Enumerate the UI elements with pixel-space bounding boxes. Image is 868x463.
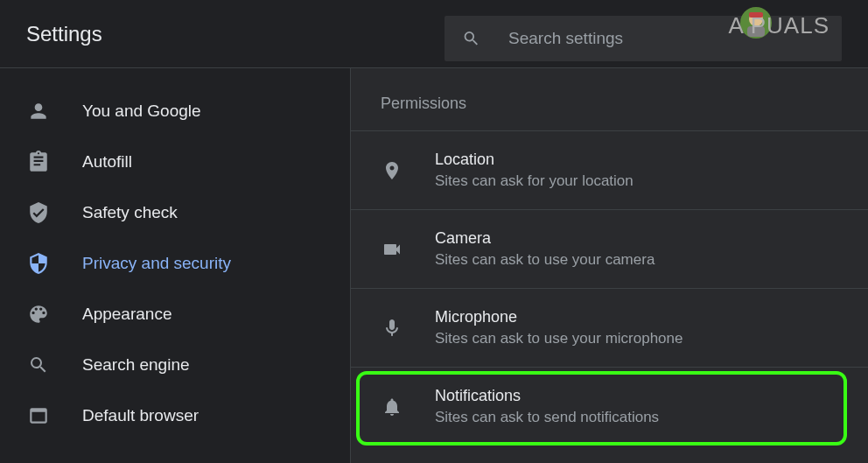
sidebar-item-privacy-and-security[interactable]: Privacy and security bbox=[0, 238, 336, 289]
permission-item-camera[interactable]: Camera Sites can ask to use your camera bbox=[351, 209, 868, 288]
permission-item-microphone[interactable]: Microphone Sites can ask to use your mic… bbox=[351, 288, 868, 367]
content-panel: Permissions Location Sites can ask for y… bbox=[350, 68, 868, 463]
sidebar-item-autofill[interactable]: Autofill bbox=[0, 137, 336, 187]
sidebar-item-label: Safety check bbox=[82, 203, 178, 222]
permission-title: Notifications bbox=[435, 387, 659, 405]
permission-item-location[interactable]: Location Sites can ask for your location bbox=[351, 130, 868, 209]
shield-check-icon bbox=[26, 200, 51, 225]
sidebar-item-label: Appearance bbox=[82, 305, 172, 324]
sidebar-item-label: Autofill bbox=[82, 152, 132, 172]
sidebar-item-default-browser[interactable]: Default browser bbox=[0, 390, 336, 441]
sidebar-item-you-and-google[interactable]: You and Google bbox=[0, 86, 336, 137]
sidebar-item-label: Default browser bbox=[82, 406, 199, 425]
bell-icon bbox=[381, 396, 403, 418]
section-header-permissions: Permissions bbox=[351, 68, 868, 130]
location-icon bbox=[381, 159, 403, 182]
permission-subtitle: Sites can ask to use your microphone bbox=[435, 330, 682, 347]
sidebar-item-safety-check[interactable]: Safety check bbox=[0, 187, 336, 238]
clipboard-icon bbox=[26, 150, 51, 174]
permission-text-group: Camera Sites can ask to use your camera bbox=[435, 229, 654, 269]
microphone-icon bbox=[381, 317, 403, 340]
permission-subtitle: Sites can ask to use your camera bbox=[435, 251, 654, 269]
sidebar-item-label: Privacy and security bbox=[82, 254, 231, 273]
browser-icon bbox=[26, 403, 51, 428]
search-icon bbox=[462, 28, 480, 49]
search-engine-icon bbox=[26, 353, 51, 377]
permission-subtitle: Sites can ask for your location bbox=[435, 172, 634, 190]
permission-subtitle: Sites can ask to send notifications bbox=[435, 409, 659, 426]
permission-text-group: Notifications Sites can ask to send noti… bbox=[435, 387, 659, 426]
camera-icon bbox=[381, 238, 403, 261]
sidebar-item-appearance[interactable]: Appearance bbox=[0, 289, 336, 340]
palette-icon bbox=[26, 302, 51, 326]
sidebar-item-label: Search engine bbox=[82, 355, 190, 375]
sidebar-item-label: You and Google bbox=[82, 102, 201, 121]
permission-title: Camera bbox=[435, 229, 654, 248]
permission-item-notifications[interactable]: Notifications Sites can ask to send noti… bbox=[351, 367, 868, 445]
shield-icon bbox=[26, 251, 51, 276]
permission-title: Location bbox=[435, 151, 634, 169]
main: You and Google Autofill Safety check Pri… bbox=[0, 68, 868, 463]
watermark-text: A PUALS bbox=[729, 12, 830, 39]
sidebar-item-search-engine[interactable]: Search engine bbox=[0, 340, 336, 390]
user-icon bbox=[26, 99, 51, 123]
sidebar: You and Google Autofill Safety check Pri… bbox=[0, 68, 350, 463]
permission-text-group: Microphone Sites can ask to use your mic… bbox=[435, 308, 682, 347]
permission-text-group: Location Sites can ask for your location bbox=[435, 151, 634, 190]
permission-title: Microphone bbox=[435, 308, 682, 326]
page-title: Settings bbox=[0, 22, 444, 46]
